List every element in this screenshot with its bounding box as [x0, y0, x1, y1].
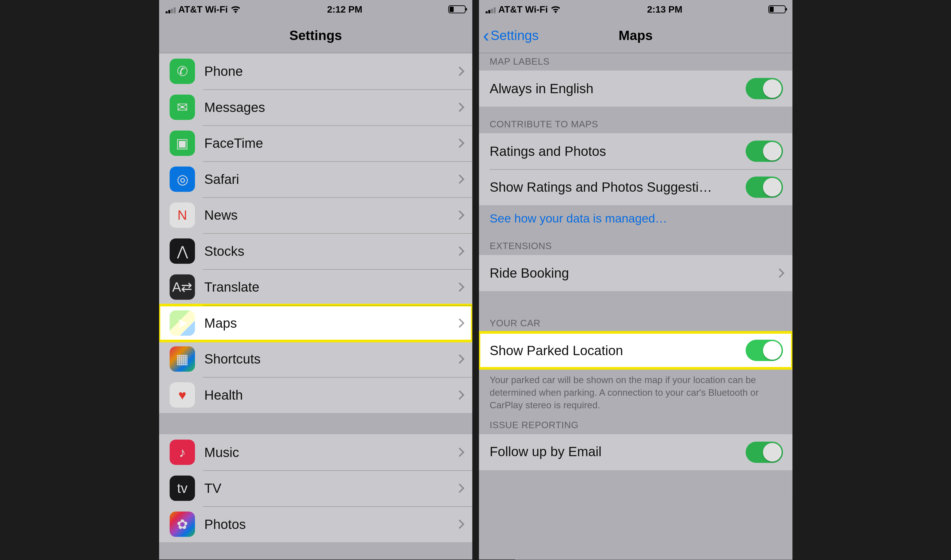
row-label: Maps: [204, 315, 451, 331]
back-label: Settings: [491, 28, 539, 43]
page-title: Settings: [289, 28, 342, 43]
settings-screen: AT&T Wi-Fi 2:12 PM Settings ✆Phone✉Messa…: [159, 0, 472, 560]
toggle-knob: [763, 443, 781, 462]
signal-icon: [165, 6, 176, 13]
chevron-right-icon: [455, 246, 465, 256]
carrier-label: AT&T Wi-Fi: [178, 4, 228, 15]
wifi-icon: [230, 5, 241, 14]
row-safari[interactable]: ◎Safari: [159, 161, 472, 197]
row-label: Shortcuts: [204, 351, 451, 367]
chevron-right-icon: [455, 138, 465, 148]
nav-bar: Settings: [159, 19, 472, 54]
row-stocks[interactable]: ⋀Stocks: [159, 233, 472, 269]
chevron-right-icon: [455, 391, 465, 400]
battery-icon: [448, 5, 466, 14]
row-health[interactable]: ♥Health: [159, 377, 472, 413]
safari-icon: ◎: [170, 166, 195, 192]
chevron-right-icon: [455, 102, 465, 112]
maps-settings-screen: AT&T Wi-Fi 2:13 PM ‹ Settings Maps MAP L…: [479, 0, 792, 560]
toggle[interactable]: [746, 177, 783, 198]
section-header-extensions: EXTENSIONS: [479, 235, 792, 255]
row-label: Health: [204, 387, 451, 403]
signal-icon: [485, 6, 496, 13]
chevron-left-icon: ‹: [483, 26, 489, 45]
row-label: FaceTime: [204, 135, 451, 151]
row-music[interactable]: ♪Music: [159, 434, 472, 471]
row-show-ratings-and-photos-suggesti[interactable]: Show Ratings and Photos Suggesti…: [479, 169, 792, 205]
translate-icon: A⇄: [170, 275, 195, 300]
toggle-knob: [763, 142, 781, 161]
row-label: News: [204, 208, 451, 223]
row-ratings-and-photos[interactable]: Ratings and Photos: [479, 133, 792, 169]
settings-group-2: ♪MusictvTV✿Photos: [159, 434, 472, 542]
facetime-icon: ▣: [170, 131, 195, 155]
section-header-your-car: YOUR CAR: [479, 291, 792, 332]
chevron-right-icon: [455, 174, 465, 184]
clock-label: 2:13 PM: [647, 4, 682, 15]
photos-icon: ✿: [170, 512, 195, 537]
chevron-right-icon: [455, 211, 465, 220]
row-tv[interactable]: tvTV: [159, 470, 472, 506]
section-header-contribute: CONTRIBUTE TO MAPS: [479, 107, 792, 133]
toggle[interactable]: [746, 340, 783, 361]
contribute-group: Ratings and PhotosShow Ratings and Photo…: [479, 133, 792, 205]
maps-icon: ➤: [170, 310, 195, 335]
nav-bar: ‹ Settings Maps: [479, 19, 792, 54]
page-title: Maps: [619, 28, 653, 43]
carrier-label: AT&T Wi-Fi: [498, 4, 548, 15]
music-icon: ♪: [170, 440, 195, 465]
row-label: Translate: [204, 279, 451, 295]
messages-icon: ✉: [170, 95, 195, 120]
row-news[interactable]: NNews: [159, 197, 472, 233]
toggle[interactable]: [746, 140, 783, 162]
issue-group: Follow up by Email: [479, 434, 792, 470]
row-label: Show Ratings and Photos Suggesti…: [489, 179, 746, 195]
toggle[interactable]: [746, 78, 783, 99]
row-show-parked-location[interactable]: Show Parked Location: [479, 332, 792, 369]
battery-icon: [768, 5, 786, 14]
chevron-right-icon: [455, 519, 465, 529]
news-icon: N: [170, 203, 195, 228]
row-facetime[interactable]: ▣FaceTime: [159, 125, 472, 161]
row-label: Ratings and Photos: [489, 143, 746, 159]
row-label: TV: [204, 480, 451, 496]
settings-group-1: ✆Phone✉Messages▣FaceTime◎SafariNNews⋀Sto…: [159, 53, 472, 413]
row-label: Show Parked Location: [489, 343, 746, 358]
stocks-icon: ⋀: [170, 238, 195, 264]
row-messages[interactable]: ✉Messages: [159, 89, 472, 125]
extensions-group: Ride Booking: [479, 255, 792, 291]
section-header-issue: ISSUE REPORTING: [479, 414, 792, 434]
row-label: Safari: [204, 172, 451, 187]
row-phone[interactable]: ✆Phone: [159, 53, 472, 89]
toggle[interactable]: [746, 442, 783, 463]
row-label: Messages: [204, 100, 451, 115]
row-label: Stocks: [204, 243, 451, 259]
wifi-icon: [550, 5, 561, 14]
row-translate[interactable]: A⇄Translate: [159, 269, 472, 305]
back-button[interactable]: ‹ Settings: [483, 19, 539, 52]
chevron-right-icon: [455, 448, 465, 457]
chevron-right-icon: [455, 484, 465, 493]
status-bar: AT&T Wi-Fi 2:13 PM: [479, 0, 792, 19]
row-label: Music: [204, 445, 451, 460]
toggle-knob: [763, 79, 781, 98]
row-maps[interactable]: ➤Maps: [159, 305, 472, 341]
status-bar: AT&T Wi-Fi 2:12 PM: [159, 0, 472, 19]
chevron-right-icon: [455, 318, 465, 328]
row-label: Follow up by Email: [489, 445, 746, 460]
row-follow-up-by-email[interactable]: Follow up by Email: [479, 434, 792, 470]
section-header-map-labels: MAP LABELS: [479, 53, 792, 71]
row-always-in-english[interactable]: Always in English: [479, 71, 792, 107]
shortcuts-icon: ▦: [170, 346, 195, 372]
map-labels-group: Always in English: [479, 71, 792, 107]
row-ride-booking[interactable]: Ride Booking: [479, 255, 792, 291]
phone-icon: ✆: [170, 58, 195, 84]
row-label: Always in English: [489, 81, 746, 96]
row-photos[interactable]: ✿Photos: [159, 506, 472, 542]
your-car-footer: Your parked car will be shown on the map…: [479, 368, 792, 414]
group-gap: [159, 413, 472, 434]
tv-icon: tv: [170, 475, 195, 501]
row-label: Ride Booking: [489, 265, 770, 281]
row-shortcuts[interactable]: ▦Shortcuts: [159, 341, 472, 377]
data-managed-link[interactable]: See how your data is managed…: [479, 205, 792, 235]
